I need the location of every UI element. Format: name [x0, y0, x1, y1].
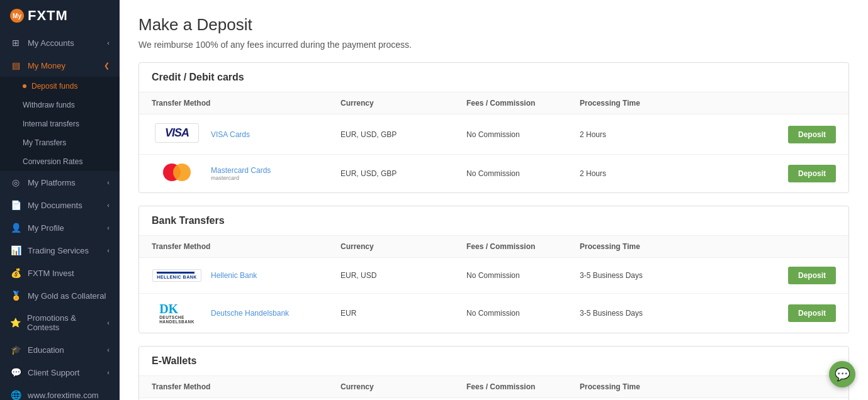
documents-icon: 📄 — [10, 200, 21, 210]
deutsche-deposit-button[interactable]: Deposit — [788, 304, 836, 322]
sidebar-label-education: Education — [28, 345, 64, 355]
hellenic-currency: EUR, USD — [328, 258, 454, 294]
hellenic-bar — [157, 272, 194, 274]
sidebar-item-internal-transfers[interactable]: Internal transfers — [0, 114, 120, 133]
th-fees-bank: Fees / Commission — [454, 236, 567, 258]
th-action-ew — [680, 376, 848, 398]
sidebar-item-withdraw-funds[interactable]: Withdraw funds — [0, 96, 120, 114]
sidebar-item-my-documents[interactable]: 📄 My Documents ‹ — [0, 194, 120, 216]
invest-icon: 💰 — [10, 268, 21, 278]
table-row: Skrill 1-Tap Skrill / Moneybookers VIP E… — [139, 398, 848, 401]
sidebar-item-my-profile[interactable]: 👤 My Profile ‹ — [0, 216, 120, 239]
credit-debit-title: Credit / Debit cards — [139, 63, 848, 92]
hellenic-action-cell: Deposit — [680, 258, 848, 294]
visa-logo: VISA — [155, 123, 199, 143]
sidebar-item-education[interactable]: 🎓 Education ‹ — [0, 338, 120, 361]
visa-deposit-button[interactable]: Deposit — [788, 126, 836, 143]
chevron-down-icon: ❮ — [104, 62, 110, 70]
sidebar-label-trading-services: Trading Services — [28, 246, 89, 255]
hellenic-processing: 3-5 Business Days — [567, 258, 680, 294]
hellenic-bank-link[interactable]: Hellenic Bank — [211, 271, 257, 280]
sidebar-item-deposit-funds[interactable]: Deposit funds — [0, 77, 120, 96]
chevron-icon: ‹ — [107, 224, 110, 231]
main-content: Make a Deposit We reimburse 100% of any … — [120, 0, 868, 400]
sidebar-item-my-platforms[interactable]: ◎ My Platforms ‹ — [0, 171, 120, 194]
deutsche-name: DEUTSCHEHANDELSBANK — [159, 315, 194, 324]
mastercard-sub: mastercard — [211, 175, 271, 181]
table-row: HELLENIC BANK Hellenic Bank EUR, USD No … — [139, 258, 848, 294]
th-currency-ew: Currency — [328, 376, 454, 398]
th-fees: Fees / Commission — [454, 92, 567, 114]
visa-cards-link[interactable]: VISA Cards — [211, 130, 250, 139]
deutsche-currency: EUR — [328, 294, 454, 333]
skrill-fees: No Commission — [454, 398, 567, 401]
sidebar-item-conversion-rates[interactable]: Conversion Rates — [0, 152, 120, 171]
sidebar-label-fxtm-invest: FXTM Invest — [28, 269, 74, 278]
deutsche-processing: 3-5 Business Days — [567, 294, 680, 333]
deutsche-bank-link[interactable]: Deutsche Handelsbank — [211, 309, 289, 318]
visa-fees: No Commission — [454, 114, 567, 155]
chevron-icon: ‹ — [107, 39, 110, 47]
mastercard-cards-link[interactable]: Mastercard Cards — [211, 166, 271, 175]
hellenic-deposit-button[interactable]: Deposit — [788, 267, 836, 284]
skrill-action-cell: Deposit — [680, 398, 848, 401]
chevron-icon: ‹ — [107, 319, 110, 326]
deutsche-dk-text: DK — [159, 303, 178, 315]
visa-action-cell: Deposit — [680, 114, 848, 155]
sidebar-label-conversion-rates: Conversion Rates — [23, 157, 82, 166]
th-transfer-method-ew: Transfer Method — [139, 376, 328, 398]
sidebar-label-deposit-funds: Deposit funds — [31, 82, 77, 91]
chevron-icon: ‹ — [107, 179, 110, 186]
logo-my-badge: My — [10, 9, 24, 23]
mastercard-fees: No Commission — [454, 155, 567, 193]
deutsche-logo: DK DEUTSCHEHANDELSBANK — [159, 303, 194, 324]
mastercard-deposit-button[interactable]: Deposit — [788, 165, 836, 182]
sidebar-label-withdraw-funds: Withdraw funds — [23, 101, 75, 109]
sidebar-label-my-profile: My Profile — [28, 223, 64, 233]
skrill-processing: 2 Hours — [567, 398, 680, 401]
visa-currency: EUR, USD, GBP — [328, 114, 454, 155]
mc-circle-right — [173, 164, 191, 181]
table-row: DK DEUTSCHEHANDELSBANK Deutsche Handelsb… — [139, 294, 848, 333]
sidebar-item-website[interactable]: 🌐 www.forextime.com — [0, 384, 120, 400]
sidebar-label-website: www.forextime.com — [28, 391, 99, 400]
website-icon: 🌐 — [10, 390, 21, 400]
sidebar-label-my-money: My Money — [28, 61, 65, 70]
accounts-icon: ⊞ — [10, 38, 21, 48]
th-transfer-method-bank: Transfer Method — [139, 236, 328, 258]
sidebar-label-gold-collateral: My Gold as Collateral — [28, 291, 106, 301]
platforms-icon: ◎ — [10, 177, 21, 187]
deutsche-method-cell: DK DEUTSCHEHANDELSBANK Deutsche Handelsb… — [139, 294, 328, 333]
sidebar-item-gold-collateral[interactable]: 🏅 My Gold as Collateral — [0, 284, 120, 307]
chevron-icon: ‹ — [107, 346, 110, 353]
sidebar-item-client-support[interactable]: 💬 Client Support ‹ — [0, 361, 120, 384]
money-icon: ▤ — [10, 60, 21, 70]
th-currency: Currency — [328, 92, 454, 114]
sidebar-item-my-transfers[interactable]: My Transfers — [0, 133, 120, 152]
sidebar-item-promotions[interactable]: ⭐ Promotions & Contests ‹ — [0, 307, 120, 338]
support-icon: 💬 — [10, 367, 21, 377]
logo-fxtm-text: FXTM — [28, 8, 68, 24]
skrill-currency: EUR, USD, GBP, PLN, CZK — [328, 398, 454, 401]
sidebar-item-fxtm-invest[interactable]: 💰 FXTM Invest — [0, 262, 120, 284]
deutsche-action-cell: Deposit — [680, 294, 848, 333]
th-processing: Processing Time — [567, 92, 680, 114]
hellenic-logo: HELLENIC BANK — [152, 269, 201, 282]
sidebar-item-my-accounts[interactable]: ⊞ My Accounts ‹ — [0, 31, 120, 54]
deutsche-fees: No Commission — [454, 294, 567, 333]
mastercard-action-cell: Deposit — [680, 155, 848, 193]
promotions-icon: ⭐ — [10, 318, 21, 328]
sidebar-item-my-money[interactable]: ▤ My Money ❮ — [0, 54, 120, 77]
sidebar-label-client-support: Client Support — [28, 368, 79, 377]
table-row: VISA VISA Cards EUR, USD, GBP No Commiss… — [139, 114, 848, 155]
trading-icon: 📊 — [10, 245, 21, 255]
sidebar-item-trading-services[interactable]: 📊 Trading Services ‹ — [0, 239, 120, 262]
chevron-icon: ‹ — [107, 201, 110, 209]
th-transfer-method: Transfer Method — [139, 92, 328, 114]
chat-button[interactable]: 💬 — [829, 361, 855, 387]
credit-debit-section: Credit / Debit cards Transfer Method Cur… — [138, 62, 849, 193]
sidebar-label-my-platforms: My Platforms — [28, 178, 76, 187]
mastercard-method-cell: Mastercard Cards mastercard — [139, 155, 328, 193]
sidebar-label-my-transfers: My Transfers — [23, 138, 66, 147]
th-action-bank — [680, 236, 848, 258]
